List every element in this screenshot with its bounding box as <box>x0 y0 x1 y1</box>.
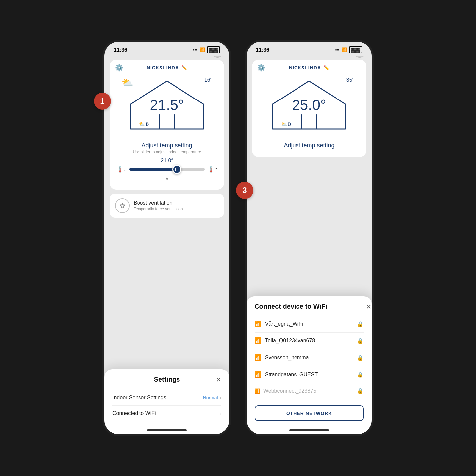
svg-text:⛅: ⛅ <box>281 121 287 127</box>
status-icons-2: ▪▪▪ 📶 ▓▓▓ <box>335 46 362 53</box>
wifi-modal: Connect device to WiFi ✕ 📶 Vårt_egna_WiF… <box>247 296 372 434</box>
boost-card-1[interactable]: ✿ Boost ventilation Temporarily force ve… <box>110 194 224 218</box>
weather-icon-1: ⛅ <box>122 77 133 88</box>
wifi-name-3: Strandgatans_GUEST <box>265 372 318 377</box>
wifi-signal-icon-2: 📶 <box>255 354 262 361</box>
wifi-modal-close-button[interactable]: ✕ <box>366 303 372 311</box>
other-network-label: OTHER NETWORK <box>286 411 332 416</box>
outdoor-temp-1: 16° <box>204 77 212 83</box>
wifi-item-left-2: 📶 Svensson_hemma <box>255 354 309 361</box>
wifi-name-4: Webbconnect_923875 <box>263 388 316 394</box>
svg-text:25.0°: 25.0° <box>292 97 326 113</box>
thumb-line-1 <box>175 168 176 171</box>
home-name-1: NICK&LINDA <box>147 65 179 70</box>
lock-icon-3: 🔒 <box>357 372 364 378</box>
settings-close-button[interactable]: ✕ <box>216 376 221 384</box>
slider-thumb-1[interactable] <box>172 165 181 174</box>
wifi-icon-2: 📶 <box>342 47 347 52</box>
signal-icon-1: ▪▪▪ <box>193 47 198 52</box>
house-svg-1: 21.5° ⛅ 𝐁 <box>124 74 210 134</box>
lock-icon-1: 🔒 <box>357 338 364 344</box>
temp-low-icon: 🌡️↓ <box>116 166 127 173</box>
wifi-name-1: Telia_Q01234van678 <box>265 338 315 344</box>
settings-item-wifi[interactable]: Connected to WiFi › <box>112 406 221 421</box>
edit-icon-1[interactable]: ✏️ <box>181 65 187 70</box>
slider-container-1: 🌡️↓ 🌡️↑ <box>115 166 219 173</box>
house-container-1: ⛅ 16° 21.5° ⛅ 𝐁 <box>115 74 219 134</box>
indoor-sensor-label: Indoor Sensor Settings <box>112 395 166 401</box>
step-1-bubble: 1 <box>94 93 111 110</box>
card-header-1: ⚙️ NICK&LINDA ✏️ <box>115 65 219 70</box>
wifi-item-0[interactable]: 📶 Vårt_egna_WiFi 🔒 <box>255 316 364 333</box>
svg-text:21.5°: 21.5° <box>150 97 184 113</box>
wifi-signal-icon-3: 📶 <box>255 371 262 378</box>
wifi-item-left-0: 📶 Vårt_egna_WiFi <box>255 320 303 328</box>
divider-1 <box>115 137 219 137</box>
wifi-item-1[interactable]: 📶 Telia_Q01234van678 🔒 <box>255 333 364 349</box>
svg-text:⛅: ⛅ <box>139 121 145 127</box>
slider-thumb-lines <box>175 168 178 171</box>
battery-icon-1: ▓▓▓ <box>207 46 220 53</box>
wifi-signal-icon-1: 📶 <box>255 337 262 344</box>
lock-icon-0: 🔒 <box>357 321 364 327</box>
indoor-sensor-chevron: › <box>220 395 221 401</box>
chevron-up-1[interactable]: ∧ <box>115 176 219 182</box>
svg-rect-1 <box>160 114 174 129</box>
wifi-modal-title: Connect device to WiFi <box>255 303 327 310</box>
wifi-item-left-1: 📶 Telia_Q01234van678 <box>255 337 315 344</box>
thumb-line-2 <box>177 168 177 171</box>
time-2: 11:36 <box>256 47 269 53</box>
lock-icon-2: 🔒 <box>357 355 364 361</box>
house-svg-2: 25.0° ⛅ 𝐁 <box>266 74 352 134</box>
phone-content-2: ⚙️ NICK&LINDA ✏️ 35° 25.0° ⛅ 𝐁 <box>247 56 372 434</box>
wifi-item-4[interactable]: 📶 Webbconnect_923875 🔒 <box>255 383 364 399</box>
step-3-bubble: 3 <box>236 182 253 199</box>
outdoor-temp-2: 35° <box>346 77 354 83</box>
house-container-2: 35° 25.0° ⛅ 𝐁 <box>257 74 361 134</box>
home-bar-2 <box>289 429 329 431</box>
time-1: 11:36 <box>114 47 127 53</box>
step-1-label: 1 <box>100 97 104 106</box>
main-card-2: ⚙️ NICK&LINDA ✏️ 35° 25.0° ⛅ 𝐁 <box>252 60 366 157</box>
wifi-item-left-4: 📶 Webbconnect_923875 <box>255 388 316 394</box>
wifi-name-2: Svensson_hemma <box>265 355 309 361</box>
boost-subtitle: Temporarily force ventilation <box>134 207 213 211</box>
gear-icon-1[interactable]: ⚙️ <box>115 64 123 72</box>
wifi-signal-icon-4: 📶 <box>255 388 260 394</box>
edit-icon-2[interactable]: ✏️ <box>324 65 329 70</box>
phone-2: 11:36 ▪▪▪ 📶 ▓▓▓ 👤 ⚙️ NICK&LINDA ✏️ 35° <box>245 40 374 436</box>
battery-icon-2: ▓▓▓ <box>349 46 362 53</box>
adjust-subtitle-1: Use slider to adjust indoor temperature <box>115 150 219 154</box>
boost-chevron: › <box>217 203 219 209</box>
partial-adjust-title-2: Adjust temp setting <box>257 142 361 149</box>
settings-item-indoor-sensor[interactable]: Indoor Sensor Settings Normal › <box>112 390 221 406</box>
main-card-1: ⚙️ NICK&LINDA ✏️ ⛅ 16° <box>110 60 224 190</box>
svg-rect-5 <box>302 114 316 129</box>
slider-temp-value-1: 21.0° <box>115 158 219 164</box>
settings-header: Settings ✕ <box>112 376 221 383</box>
wifi-setting-label: Connected to WiFi <box>112 410 156 416</box>
indoor-sensor-right: Normal › <box>203 395 221 401</box>
wifi-item-3[interactable]: 📶 Strandgatans_GUEST 🔒 <box>255 366 364 383</box>
wifi-icon-1: 📶 <box>200 47 205 52</box>
svg-text:𝐁: 𝐁 <box>288 121 291 127</box>
fan-icon: ✿ <box>120 202 125 210</box>
signal-icon-2: ▪▪▪ <box>335 47 340 52</box>
phone-content-1: ⚙️ NICK&LINDA ✏️ ⛅ 16° <box>104 56 229 434</box>
temp-high-icon: 🌡️↑ <box>207 166 218 173</box>
lock-icon-4: 🔒 <box>357 388 364 394</box>
wifi-item-2[interactable]: 📶 Svensson_hemma 🔒 <box>255 349 364 366</box>
divider-2 <box>257 137 361 137</box>
settings-overlay: Settings ✕ Indoor Sensor Settings Normal… <box>104 369 229 434</box>
status-bar-1: 11:36 ▪▪▪ 📶 ▓▓▓ <box>104 42 229 56</box>
phone-1: 11:36 ▪▪▪ 📶 ▓▓▓ 👤 ⚙️ NICK&LINDA ✏️ ⛅ <box>102 40 231 436</box>
status-bar-2: 11:36 ▪▪▪ 📶 ▓▓▓ <box>247 42 372 56</box>
other-network-button[interactable]: OTHER NETWORK <box>255 405 364 421</box>
wifi-item-left-3: 📶 Strandgatans_GUEST <box>255 371 318 378</box>
boost-icon: ✿ <box>115 198 130 213</box>
wifi-name-0: Vårt_egna_WiFi <box>265 321 303 327</box>
home-name-2: NICK&LINDA <box>289 65 321 70</box>
settings-title: Settings <box>154 376 180 383</box>
slider-track-1[interactable] <box>129 168 205 171</box>
gear-icon-2[interactable]: ⚙️ <box>257 64 265 72</box>
